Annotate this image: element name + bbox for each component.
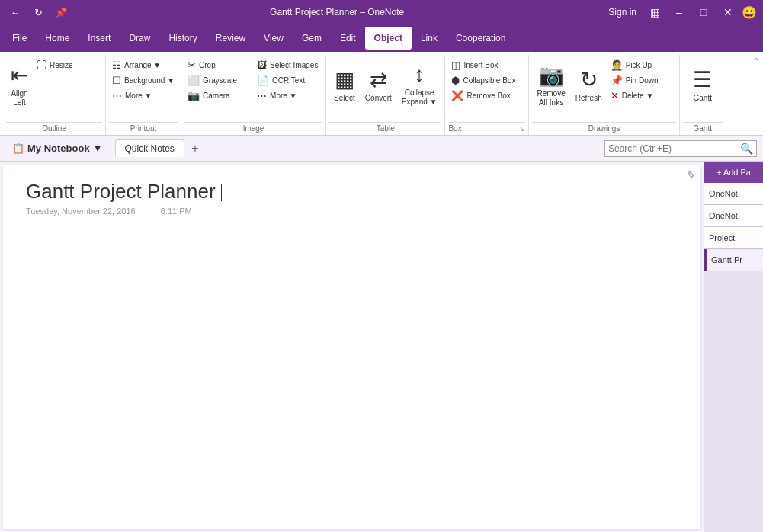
ribbon-group-image: ✂ Crop ⬜ Grayscale 📷 Camera 🖼 — [181, 55, 326, 135]
select-images-icon: 🖼 — [257, 59, 267, 71]
gantt-button[interactable]: ☰ Gantt — [683, 58, 723, 111]
maximize-button[interactable]: □ — [693, 2, 714, 23]
background-button[interactable]: ☐ Background ▼ — [109, 73, 178, 88]
image-col1: ✂ Crop ⬜ Grayscale 📷 Camera — [184, 58, 253, 103]
minimize-button[interactable]: – — [668, 2, 690, 23]
arrange-button[interactable]: ☷ Arrange ▼ — [109, 58, 178, 72]
table-buttons: ▦ Select ⇄ Convert ↕ CollapseExpand ▼ — [329, 58, 441, 120]
search-box: 🔍 — [604, 140, 757, 157]
sidebar-page-1[interactable]: OneNot — [704, 183, 763, 205]
notebook-bar: 📋 My Notebook ▼ Quick Notes + 🔍 — [0, 136, 763, 162]
menu-bar: File Home Insert Draw History Review Vie… — [0, 24, 763, 52]
ribbon-group-box: ◫ Insert Box ⬢ Collapsible Box ❌ Remove … — [445, 55, 529, 135]
select-button[interactable]: ▦ Select — [329, 58, 360, 111]
page-title: Gantt Project Planner — [26, 180, 678, 204]
content-area: ✎ Gantt Project Planner Tuesday, Novembe… — [0, 162, 763, 532]
text-cursor — [221, 184, 222, 201]
notebook-dropdown-icon: ▼ — [93, 143, 103, 154]
page-edit-button[interactable]: ✎ — [685, 168, 697, 183]
page-date: Tuesday, November 22, 2016 — [26, 207, 136, 216]
main-content: ✎ Gantt Project Planner Tuesday, Novembe… — [3, 165, 700, 529]
ribbon-content: ⇤ AlignLeft ⛶ Resize Outline ☷ Arrang — [3, 55, 760, 135]
outline-right-col: ⛶ Resize — [34, 58, 102, 72]
image-label: Image — [184, 122, 322, 135]
table-label: Table — [329, 122, 441, 135]
collapse-expand-button[interactable]: ↕ CollapseExpand ▼ — [397, 58, 442, 111]
pin-down-button[interactable]: 📌 Pin Down — [608, 73, 676, 88]
sidebar-page-4[interactable]: Gantt Pr — [704, 249, 763, 271]
sidebar-page-3[interactable]: Project — [704, 227, 763, 249]
box-buttons: ◫ Insert Box ⬢ Collapsible Box ❌ Remove … — [448, 58, 525, 120]
select-images-button[interactable]: 🖼 Select Images — [254, 58, 322, 72]
delete-icon: ✕ — [611, 90, 619, 101]
pick-up-icon: 🤵 — [611, 59, 623, 71]
back-button[interactable]: ← — [6, 3, 24, 21]
collapsible-box-button[interactable]: ⬢ Collapsible Box — [448, 73, 518, 88]
collapse-icon: ↕ — [414, 62, 425, 87]
ocr-text-button[interactable]: 📄 OCR Text — [254, 73, 322, 88]
crop-icon: ✂ — [188, 59, 196, 71]
outline-label: Outline — [6, 122, 102, 135]
restore-window-button[interactable]: ▦ — [644, 2, 665, 23]
image-more-button[interactable]: ⋯ More ▼ — [254, 88, 322, 103]
menu-object[interactable]: Object — [365, 27, 412, 50]
refresh-button[interactable]: ↻ Refresh — [571, 58, 607, 111]
page-toolbar: ✎ — [685, 168, 697, 183]
box-label: Box ↘ — [448, 122, 525, 135]
pick-up-button[interactable]: 🤵 Pick Up — [608, 58, 676, 72]
menu-file[interactable]: File — [3, 27, 36, 50]
box-col: ◫ Insert Box ⬢ Collapsible Box ❌ Remove … — [448, 58, 518, 103]
ribbon-group-drawings: 📷 RemoveAll Inks ↻ Refresh 🤵 Pick Up 📌 P… — [529, 55, 679, 135]
menu-cooperation[interactable]: Cooperation — [447, 27, 515, 50]
menu-edit[interactable]: Edit — [331, 27, 365, 50]
insert-box-button[interactable]: ◫ Insert Box — [448, 58, 518, 72]
notebook-name: My Notebook — [27, 143, 90, 154]
remove-all-inks-button[interactable]: 📷 RemoveAll Inks — [532, 58, 569, 111]
ribbon-group-outline: ⇤ AlignLeft ⛶ Resize Outline — [3, 55, 106, 135]
more-icon: ⋯ — [112, 90, 122, 101]
menu-link[interactable]: Link — [412, 27, 447, 50]
sidebar-page-2[interactable]: OneNot — [704, 205, 763, 227]
printout-col: ☷ Arrange ▼ ☐ Background ▼ ⋯ More ▼ — [109, 58, 178, 103]
close-button[interactable]: ✕ — [717, 2, 739, 23]
menu-gem[interactable]: Gem — [293, 27, 331, 50]
notebook-selector[interactable]: 📋 My Notebook ▼ — [6, 139, 109, 157]
pin-button[interactable]: 📌 — [52, 3, 70, 21]
box-expand-icon[interactable]: ↘ — [519, 125, 525, 133]
grayscale-icon: ⬜ — [188, 75, 200, 86]
grayscale-button[interactable]: ⬜ Grayscale — [184, 73, 253, 88]
gantt-label: Gantt — [683, 122, 723, 135]
menu-insert[interactable]: Insert — [79, 27, 120, 50]
align-left-button[interactable]: ⇤ AlignLeft — [6, 58, 33, 111]
drawings-col: 🤵 Pick Up 📌 Pin Down ✕ Delete ▼ — [608, 58, 676, 103]
remove-box-button[interactable]: ❌ Remove Box — [448, 88, 518, 103]
remove-inks-icon: 📷 — [538, 62, 565, 88]
menu-review[interactable]: Review — [207, 27, 255, 50]
tab-quick-notes[interactable]: Quick Notes — [115, 139, 184, 157]
search-button[interactable]: 🔍 — [740, 143, 753, 155]
convert-button[interactable]: ⇄ Convert — [361, 58, 396, 111]
align-left-icon: ⇤ — [11, 62, 28, 88]
menu-history[interactable]: History — [159, 27, 206, 50]
menu-home[interactable]: Home — [36, 27, 79, 50]
title-bar: ← ↻ 📌 Gantt Project Planner – OneNote Si… — [0, 0, 763, 24]
crop-button[interactable]: ✂ Crop — [184, 58, 253, 72]
printout-buttons: ☷ Arrange ▼ ☐ Background ▼ ⋯ More ▼ — [109, 58, 178, 120]
gantt-buttons: ☰ Gantt — [683, 58, 723, 120]
ocr-icon: 📄 — [257, 75, 269, 86]
refresh-icon: ↻ — [580, 67, 598, 92]
search-input[interactable] — [608, 143, 740, 154]
remove-box-icon: ❌ — [451, 90, 463, 101]
printout-more-button[interactable]: ⋯ More ▼ — [109, 88, 178, 103]
tab-add-button[interactable]: + — [186, 139, 204, 158]
add-page-button[interactable]: + Add Pa — [704, 162, 763, 183]
ribbon-collapse-button[interactable]: ⌃ — [752, 56, 760, 67]
delete-button[interactable]: ✕ Delete ▼ — [608, 88, 676, 103]
menu-view[interactable]: View — [255, 27, 293, 50]
camera-button[interactable]: 📷 Camera — [184, 88, 253, 103]
ribbon-group-table: ▦ Select ⇄ Convert ↕ CollapseExpand ▼ Ta… — [326, 55, 445, 135]
menu-draw[interactable]: Draw — [120, 27, 159, 50]
sign-in-button[interactable]: Sign in — [604, 5, 641, 19]
forward-button[interactable]: ↻ — [29, 3, 47, 21]
resize-button[interactable]: ⛶ Resize — [34, 58, 102, 72]
